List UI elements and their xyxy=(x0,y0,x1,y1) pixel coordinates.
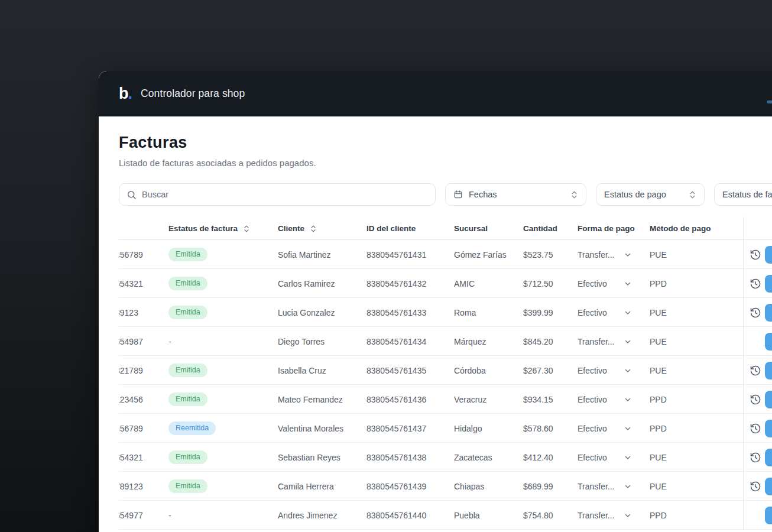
search-input[interactable] xyxy=(142,190,428,199)
branch: Roma xyxy=(454,308,523,317)
invoice-action-button[interactable] xyxy=(765,246,772,264)
chevron-down-icon[interactable] xyxy=(624,453,632,462)
chevron-down-icon[interactable] xyxy=(624,424,632,433)
payment-method: PUE xyxy=(650,337,743,346)
history-icon xyxy=(750,394,761,406)
dates-filter-label: Fechas xyxy=(469,190,497,199)
invoice-action-button[interactable] xyxy=(765,391,772,408)
invoice-action-button[interactable] xyxy=(765,420,772,437)
chevron-down-icon[interactable] xyxy=(624,511,632,520)
invoice-action-button[interactable] xyxy=(765,275,772,293)
brand-letter: b xyxy=(119,86,128,102)
invoice-status-cell: Reemitida xyxy=(168,421,278,435)
branch: Zacatecas xyxy=(454,453,523,462)
branch: Córdoba xyxy=(454,366,523,375)
header-edge-icon[interactable] xyxy=(767,100,772,103)
history-button[interactable] xyxy=(750,421,761,436)
table-row: 321789 Emitida Isabella Cruz 83805457614… xyxy=(119,356,772,385)
invoice-status-cell: Emitida xyxy=(168,479,278,493)
branch: Puebla xyxy=(454,511,523,520)
client-id: 8380545761440 xyxy=(366,511,454,520)
payment-method: PUE xyxy=(650,453,743,462)
page-title: Facturas xyxy=(119,134,772,152)
history-button[interactable] xyxy=(750,305,761,320)
history-button[interactable] xyxy=(750,392,761,407)
invoice-status-cell: Emitida xyxy=(168,450,278,464)
chevron-down-icon[interactable] xyxy=(624,280,632,288)
dates-filter[interactable]: Fechas xyxy=(445,183,586,206)
table-row: 123456 Emitida Mateo Fernandez 838054576… xyxy=(119,385,772,414)
branch: AMIC xyxy=(454,279,523,288)
app-title: Controlador para shop xyxy=(141,87,245,100)
payment-form-select[interactable]: Efectivo xyxy=(578,424,650,433)
branch: Gómez Farías xyxy=(454,250,523,259)
chevron-down-icon[interactable] xyxy=(624,395,632,404)
client-id: 8380545761434 xyxy=(366,337,454,346)
invoice-action-button[interactable] xyxy=(765,304,772,322)
client-name: Sofia Martinez xyxy=(278,250,366,259)
table-row: 89123 Emitida Lucia Gonzalez 83805457614… xyxy=(119,298,772,327)
invoice-status-cell: Emitida xyxy=(168,248,278,261)
history-button[interactable] xyxy=(750,479,761,494)
column-client[interactable]: Cliente xyxy=(278,224,366,233)
history-button[interactable] xyxy=(750,247,761,262)
payment-method: PPD xyxy=(650,279,743,288)
chevron-down-icon[interactable] xyxy=(624,366,632,375)
payment-form-select[interactable]: Efectivo xyxy=(578,453,650,462)
invoice-number: 89123 xyxy=(119,308,168,317)
invoice-number: 321789 xyxy=(119,366,168,375)
chevron-down-icon[interactable] xyxy=(624,482,632,491)
invoices-table: Estatus de factura Cliente ID del client… xyxy=(119,217,772,530)
client-name: Camila Herrera xyxy=(278,482,366,491)
payment-form-select[interactable]: Transfer... xyxy=(578,250,650,259)
history-button[interactable] xyxy=(750,450,761,465)
amount: $934.15 xyxy=(523,395,578,404)
payment-status-filter-label: Estatus de pago xyxy=(604,190,666,199)
amount: $267.30 xyxy=(523,366,578,375)
sort-arrows-icon xyxy=(570,190,578,199)
invoice-action-button[interactable] xyxy=(765,333,772,351)
history-icon xyxy=(750,278,761,290)
invoice-status-filter[interactable]: Estatus de factura xyxy=(714,183,772,206)
sort-arrows-icon[interactable] xyxy=(243,225,250,233)
search-box[interactable] xyxy=(119,183,436,206)
client-name: Carlos Ramirez xyxy=(278,279,366,288)
row-actions xyxy=(743,327,772,356)
payment-form-select[interactable]: Efectivo xyxy=(578,308,650,317)
calendar-icon xyxy=(453,190,463,199)
chevron-down-icon[interactable] xyxy=(624,251,632,259)
row-actions xyxy=(743,472,772,501)
sort-arrows-icon[interactable] xyxy=(310,225,317,233)
payment-status-filter[interactable]: Estatus de pago xyxy=(596,183,705,206)
amount: $523.75 xyxy=(523,250,578,259)
invoice-number: 654321 xyxy=(119,453,168,462)
row-actions xyxy=(743,298,772,327)
payment-method: PUE xyxy=(650,250,743,259)
history-icon xyxy=(750,307,761,319)
row-actions xyxy=(743,356,772,385)
invoice-action-button[interactable] xyxy=(765,478,772,495)
payment-form-select[interactable]: Efectivo xyxy=(578,366,650,375)
table-row: 654321 Emitida Sebastian Reyes 838054576… xyxy=(119,443,772,472)
payment-form-select[interactable]: Efectivo xyxy=(578,279,650,288)
amount: $578.60 xyxy=(523,424,578,433)
payment-form-select[interactable]: Efectivo xyxy=(578,395,650,404)
column-payment-method: Método de pago xyxy=(650,224,743,233)
payment-form-select[interactable]: Transfer... xyxy=(578,511,650,520)
payment-form-select[interactable]: Transfer... xyxy=(578,337,650,346)
chevron-down-icon[interactable] xyxy=(624,309,632,317)
amount: $412.40 xyxy=(523,453,578,462)
chevron-down-icon[interactable] xyxy=(624,338,632,346)
row-actions xyxy=(743,240,772,269)
invoice-action-button[interactable] xyxy=(765,507,772,524)
client-name: Mateo Fernandez xyxy=(278,395,366,404)
column-invoice-status[interactable]: Estatus de factura xyxy=(168,224,278,233)
invoice-status-cell: - xyxy=(168,337,278,346)
payment-form-select[interactable]: Transfer... xyxy=(578,482,650,491)
client-name: Sebastian Reyes xyxy=(278,453,366,462)
invoice-action-button[interactable] xyxy=(765,362,772,379)
history-button[interactable] xyxy=(750,363,761,378)
filter-bar: Fechas Estatus de pago Estatus de factur… xyxy=(119,183,772,206)
invoice-action-button[interactable] xyxy=(765,449,772,466)
history-button[interactable] xyxy=(750,276,761,291)
